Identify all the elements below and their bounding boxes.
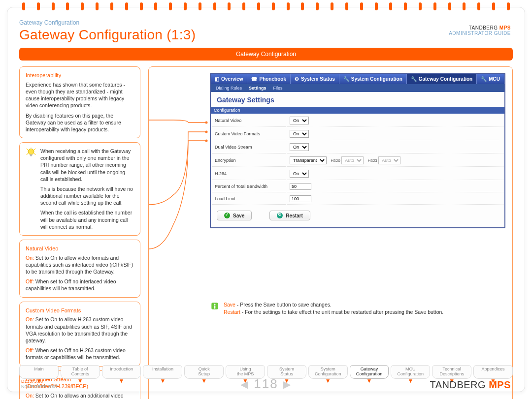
row-natural-video: Natural Video On xyxy=(212,115,503,127)
text-block: By disabling features on this page, the … xyxy=(26,112,134,133)
bottom-tab[interactable]: TechnicalDescriptions▼ xyxy=(432,365,471,379)
left-column: Interoperability Experience has shown th… xyxy=(19,66,140,399)
subnav-files[interactable]: Files xyxy=(273,86,283,91)
label: H.264 xyxy=(212,168,286,180)
svg-point-3 xyxy=(205,131,208,133)
ss-title: Gateway Settings xyxy=(211,92,504,107)
panel-tip: When receiving a call with the Gateway c… xyxy=(19,142,140,236)
section-bar: Gateway Configuration xyxy=(19,48,513,61)
body-columns: Interoperability Experience has shown th… xyxy=(19,66,513,399)
bottom-tab[interactable]: GatewayConfiguration▼ xyxy=(350,365,389,379)
bottom-tab[interactable]: Main▼ xyxy=(19,365,59,379)
heading-interoperability: Interoperability xyxy=(26,72,134,79)
bottom-tab[interactable]: Appendices▼ xyxy=(473,365,513,379)
ss-top-nav: ◧ Overview ☎ Phonebook ⚙ System Status 🔧… xyxy=(211,74,504,84)
caption-area: Save - Press the Save button to save cha… xyxy=(210,301,505,315)
caption-save: Save - Press the Save button to save cha… xyxy=(224,301,443,308)
connector-lines xyxy=(149,67,218,264)
row-h264: H.264 On xyxy=(212,168,503,180)
input-percent-bandwidth[interactable] xyxy=(290,183,311,190)
text-block: On: Set to On to allow H.263 custom vide… xyxy=(26,316,134,344)
input-load-limit[interactable] xyxy=(290,195,311,202)
panel-custom-video: Custom Video Formats On: Set to On to al… xyxy=(19,302,140,367)
subnav-dialing-rules[interactable]: Dialing Rules xyxy=(216,86,242,91)
breadcrumb: Gateway Configuration xyxy=(19,19,513,26)
next-page-icon[interactable]: ▶ xyxy=(283,378,292,390)
select-h323[interactable]: Auto xyxy=(378,156,400,164)
nav-system-status[interactable]: ⚙ System Status xyxy=(291,74,339,84)
ss-config-header: Configuration xyxy=(211,107,504,114)
svg-point-4 xyxy=(205,140,208,142)
row-encryption: Encryption Transparent H320 Auto H323 Au… xyxy=(212,154,503,167)
select-h320[interactable]: Auto xyxy=(341,156,364,164)
heading: Natural Video xyxy=(26,245,134,252)
row-load-limit: Load Limit xyxy=(212,193,503,205)
bottom-tab[interactable]: Installation▼ xyxy=(143,365,182,379)
save-button[interactable]: Save xyxy=(217,211,252,220)
bottom-tab[interactable]: QuickSetup▼ xyxy=(184,365,224,379)
text-block: On: Set to On to allow video formats and… xyxy=(26,254,134,276)
spiral-binding xyxy=(22,4,510,12)
svg-point-6 xyxy=(214,304,216,305)
ss-button-row: Save Restart xyxy=(211,206,504,227)
nav-overview[interactable]: ◧ Overview xyxy=(211,74,247,84)
save-icon xyxy=(224,213,230,218)
lightbulb-icon xyxy=(26,148,36,158)
row-dual-video: Dual Video Stream On xyxy=(212,141,503,153)
panel-natural-video: Natural Video On: Set to On to allow vid… xyxy=(19,240,140,298)
select-encryption[interactable]: Transparent xyxy=(290,156,327,164)
text-block: Off: When set to Off no interlaced video… xyxy=(26,278,134,292)
label-h323: H323 xyxy=(368,158,377,163)
text-block: This is because the network will have no… xyxy=(40,185,134,207)
svg-rect-7 xyxy=(214,306,216,309)
label: Load Limit xyxy=(212,193,286,205)
label: Dual Video Stream xyxy=(212,141,286,153)
text-block: On: Set to On to allows an additional vi… xyxy=(26,392,134,399)
bottom-tab[interactable]: Table ofContents▼ xyxy=(61,365,100,379)
caption-restart: Restart - For the settings to take effec… xyxy=(224,308,443,316)
page-title: Gateway Configuration (1:3) xyxy=(19,27,513,43)
label: Custom Video Formats xyxy=(212,128,286,140)
svg-point-0 xyxy=(28,149,34,154)
select-custom-video[interactable]: On xyxy=(290,130,309,138)
page-number: ◀ 118 ▶ xyxy=(240,376,291,392)
nav-gateway-config[interactable]: 🔧 Gateway Configuration xyxy=(407,74,477,84)
nav-mcu[interactable]: 🔧 MCU xyxy=(477,74,504,84)
nav-phonebook[interactable]: ☎ Phonebook xyxy=(247,74,290,84)
svg-rect-1 xyxy=(30,154,33,156)
gateway-settings-screenshot: ◧ Overview ☎ Phonebook ⚙ System Status 🔧… xyxy=(210,73,505,228)
subnav-settings[interactable]: Settings xyxy=(249,86,266,91)
panel-interoperability: Interoperability Experience has shown th… xyxy=(19,66,140,138)
text-block: When the call is established the number … xyxy=(40,209,134,230)
right-column: ◧ Overview ☎ Phonebook ⚙ System Status 🔧… xyxy=(148,66,513,399)
label: Natural Video xyxy=(212,115,286,127)
select-dual-video[interactable]: On xyxy=(290,143,309,151)
brand-footer: TANDBERG MPS xyxy=(430,379,511,391)
svg-point-2 xyxy=(205,122,208,124)
bottom-tab[interactable]: MCUConfiguration▼ xyxy=(391,365,430,379)
select-natural-video[interactable]: On xyxy=(290,117,309,124)
doc-brand-header: TANDBERG MPS ADMINISTRATOR GUIDE xyxy=(449,25,511,36)
page-card: Gateway Configuration Gateway Configurat… xyxy=(7,7,525,392)
ss-config-table: Natural Video On Custom Video Formats On… xyxy=(211,114,504,206)
doc-footer-id: D13373.08 NOVEMBER 2007 xyxy=(21,379,58,390)
text-block: Experience has shown that some features … xyxy=(26,81,134,109)
nav-system-config[interactable]: 🔧 System Configuration xyxy=(339,74,407,84)
info-icon xyxy=(210,301,220,311)
row-custom-video: Custom Video Formats On xyxy=(212,128,503,140)
text-block: Off: When set to Off no H.263 custom vid… xyxy=(26,347,134,361)
label: Percent of Total Bandwidth xyxy=(212,181,286,192)
select-h264[interactable]: On xyxy=(290,170,309,178)
bottom-tab[interactable]: SystemConfiguration▼ xyxy=(308,365,348,379)
prev-page-icon[interactable]: ◀ xyxy=(240,378,249,390)
restart-button[interactable]: Restart xyxy=(269,211,310,220)
restart-icon xyxy=(277,213,283,218)
label-h320: H320 xyxy=(331,158,340,163)
ss-sub-nav: Dialing Rules Settings Files xyxy=(211,84,504,92)
text-block: When receiving a call with the Gateway c… xyxy=(40,148,134,183)
row-percent-bandwidth: Percent of Total Bandwidth xyxy=(212,181,503,192)
heading: Custom Video Formats xyxy=(26,307,134,314)
label: Encryption xyxy=(212,154,286,167)
bottom-tab[interactable]: Introduction▼ xyxy=(102,365,141,379)
